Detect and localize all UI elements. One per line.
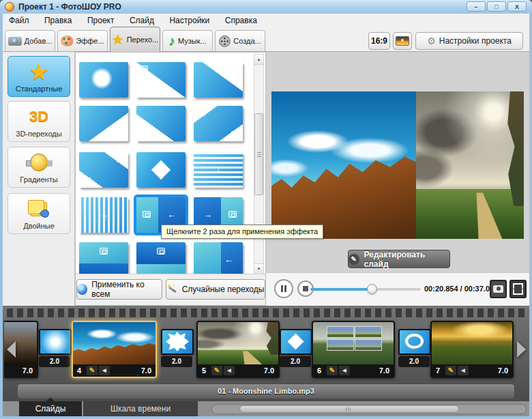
timeline-transition[interactable]: 2.0 <box>39 329 70 367</box>
timeline-scroll-left-arrow[interactable] <box>7 341 16 358</box>
tab-create[interactable]: Созда... <box>215 30 265 51</box>
title-bar: Проект 1 - ФотоШОУ PRO – □ X <box>0 0 532 14</box>
pencil-icon[interactable]: ✎ <box>211 366 222 375</box>
tab-slides[interactable]: Слайды <box>19 401 82 416</box>
pause-button[interactable] <box>274 279 293 298</box>
snapshot-button[interactable] <box>490 280 507 298</box>
scroll-up-arrow[interactable]: ▲ <box>254 55 263 65</box>
background-button[interactable] <box>393 32 412 50</box>
transition-glow-icon <box>39 329 72 355</box>
minimize-button[interactable]: – <box>467 1 486 12</box>
speaker-icon[interactable]: ◀ <box>99 366 110 375</box>
app-icon <box>5 2 14 12</box>
bottom-bar: Слайды Шкала времени <box>3 401 529 416</box>
grid-actions-bar: Применить ко всем Случайные переходы <box>76 274 265 305</box>
menu-item-settings[interactable]: Настройки <box>163 14 216 25</box>
timeline-horizontal-scrollbar[interactable] <box>211 404 527 414</box>
tab-add-photos[interactable]: Добав... <box>5 30 55 51</box>
transition-ring-icon <box>398 329 431 355</box>
preview-image <box>271 91 524 239</box>
window-title: Проект 1 - ФотоШОУ PRO <box>18 2 121 12</box>
timeline-scroll-right-arrow[interactable] <box>517 341 526 358</box>
transitions-grid: ↓ → ← → ← ▲ ▼ <box>76 53 265 276</box>
transition-diamond-icon <box>280 329 312 355</box>
aspect-ratio-button[interactable]: 16:9 <box>368 32 390 50</box>
transition-thumb-diagonal[interactable] <box>194 62 243 98</box>
3d-icon: 3D <box>29 108 48 126</box>
sphere-icon <box>77 284 87 295</box>
audio-track[interactable]: 01 - Moonshine Limbo.mp3 <box>17 384 515 399</box>
picture-icon <box>396 36 409 46</box>
camera-icon <box>8 37 22 46</box>
pencil-icon[interactable]: ✎ <box>87 366 98 375</box>
film-reel-icon <box>219 35 231 47</box>
scrollbar-thumb[interactable] <box>254 113 263 195</box>
tab-music[interactable]: ♪ Музык... <box>162 30 213 51</box>
pencil-icon[interactable]: ✎ <box>445 366 456 375</box>
transition-thumb-split[interactable]: ← <box>194 242 243 276</box>
speaker-icon[interactable]: ◀ <box>224 366 235 375</box>
transition-thumb-circle[interactable] <box>79 62 128 98</box>
seek-track[interactable] <box>310 288 421 291</box>
timeline-transition[interactable]: 2.0 <box>161 329 192 367</box>
transition-thumb-diagonal[interactable] <box>136 106 186 141</box>
pencil-icon[interactable]: ✎ <box>327 366 338 375</box>
transition-thumb-split[interactable] <box>79 242 128 276</box>
random-transitions-button[interactable]: Случайные переходы <box>166 279 265 300</box>
category-double[interactable]: Двойные <box>8 193 70 234</box>
transition-thumb-split[interactable] <box>136 242 186 276</box>
transition-thumb-diagonal[interactable] <box>79 106 128 141</box>
tab-effects[interactable]: Эффе... <box>57 30 108 51</box>
menu-item-help[interactable]: Справка <box>219 14 263 25</box>
project-settings-button[interactable]: ⚙ Настройки проекта <box>415 32 523 50</box>
timeline-slide-6[interactable]: 6 ✎ ◀ 7.0 <box>312 321 395 378</box>
category-gradients[interactable]: Градиенты <box>8 147 70 188</box>
speaker-icon[interactable]: ◀ <box>339 366 350 375</box>
transition-thumb-blinds-horizontal[interactable]: ↓ <box>194 152 243 188</box>
fullscreen-button[interactable] <box>509 280 527 298</box>
timeline-transition[interactable]: 2.0 <box>280 329 311 367</box>
transition-thumb-diagonal[interactable] <box>136 62 186 98</box>
timeline-slide-7[interactable]: 7 ✎ ◀ 7.0 <box>430 321 514 378</box>
maximize-button[interactable]: □ <box>487 1 506 12</box>
preview-slide-current <box>271 91 416 239</box>
transition-thumb-blinds-vertical[interactable]: → <box>79 197 128 233</box>
speaker-icon[interactable]: ◀ <box>458 366 469 375</box>
transition-categories-sidebar: ★ Стандартные 3D 3D-переходы Градиенты Д… <box>3 52 75 306</box>
star-icon: ★ <box>112 33 124 46</box>
grid-scrollbar[interactable]: ▲ ▼ <box>254 54 264 274</box>
menu-item-edit[interactable]: Правка <box>38 14 78 25</box>
timeline-slide-5[interactable]: 5 ✎ ◀ 7.0 <box>196 321 280 378</box>
menu-item-file[interactable]: Файл <box>3 14 35 25</box>
menu-bar: Файл Правка Проект Слайд Настройки Справ… <box>3 14 529 27</box>
menu-item-project[interactable]: Проект <box>81 14 121 25</box>
transition-thumb-band[interactable] <box>79 152 128 188</box>
timeline: 7.0 2.0 4 ✎ ◀ 7.0 2.0 <box>3 306 529 401</box>
edit-slide-button[interactable]: ✎ Редактировать слайд <box>348 250 450 268</box>
gradient-sphere-icon <box>30 154 48 171</box>
scroll-down-arrow[interactable]: ▼ <box>254 263 263 274</box>
time-display: 00:20.854 / 00:37.000 <box>424 285 487 293</box>
gear-icon: ⚙ <box>427 36 436 46</box>
preview-slide-next <box>416 91 524 239</box>
close-button[interactable]: X <box>507 1 527 12</box>
tooltip: Щелкните 2 раза для применения эффекта <box>161 225 323 239</box>
category-3d[interactable]: 3D 3D-переходы <box>8 101 70 142</box>
tab-transitions[interactable]: ★ Перехо... <box>110 27 160 52</box>
timeline-transition[interactable]: 2.0 <box>398 329 430 367</box>
horizontal-scrollbar-thumb[interactable] <box>239 405 459 413</box>
transition-thumb-diamond[interactable] <box>136 152 186 188</box>
menu-item-slide[interactable]: Слайд <box>123 14 160 25</box>
app-window: Проект 1 - ФотоШОУ PRO – □ X Файл Правка… <box>0 0 532 419</box>
pencil-icon: ✎ <box>349 254 359 265</box>
category-standard[interactable]: ★ Стандартные <box>8 56 70 97</box>
preview-panel: ✎ Редактировать слайд 00:20.854 / 00:37.… <box>266 52 529 306</box>
timeline-slide-4[interactable]: 4 ✎ ◀ 7.0 <box>72 321 157 378</box>
seek-thumb[interactable] <box>367 284 377 294</box>
star-icon: ★ <box>29 60 49 83</box>
transitions-grid-panel: ↓ → ← → ← ▲ ▼ <box>75 52 266 306</box>
seek-fill <box>310 288 372 291</box>
tab-timeline-scale[interactable]: Шкала времени <box>83 401 198 416</box>
apply-to-all-button[interactable]: Применить ко всем <box>76 279 162 300</box>
transition-thumb-band[interactable] <box>194 106 243 141</box>
